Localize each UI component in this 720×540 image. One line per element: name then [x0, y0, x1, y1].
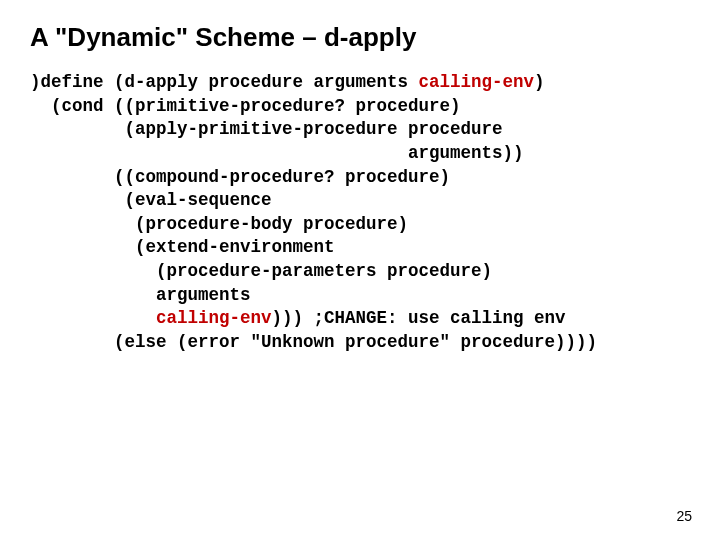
code-block: )define (d-apply procedure arguments cal… — [30, 71, 690, 355]
code-highlight-calling-env-1: calling-env — [419, 72, 535, 92]
code-line-3: (apply-primitive-procedure procedure — [30, 119, 503, 139]
code-line-7: (procedure-body procedure) — [30, 214, 408, 234]
code-line-11a — [30, 308, 156, 328]
code-line-1c: ) — [534, 72, 545, 92]
code-line-9: (procedure-parameters procedure) — [30, 261, 492, 281]
code-line-1a: )define (d-apply procedure arguments — [30, 72, 419, 92]
page-number: 25 — [676, 508, 692, 524]
code-line-6: (eval-sequence — [30, 190, 272, 210]
slide: A "Dynamic" Scheme – d-apply )define (d-… — [0, 0, 720, 540]
code-highlight-calling-env-2: calling-env — [156, 308, 272, 328]
code-line-2: (cond ((primitive-procedure? procedure) — [30, 96, 461, 116]
code-line-8: (extend-environment — [30, 237, 335, 257]
code-line-10: arguments — [30, 285, 251, 305]
code-line-11c: ))) ;CHANGE: use calling env — [272, 308, 566, 328]
slide-title: A "Dynamic" Scheme – d-apply — [30, 22, 690, 53]
code-line-12: (else (error "Unknown procedure" procedu… — [30, 332, 597, 352]
code-line-4: arguments)) — [30, 143, 524, 163]
code-line-5: ((compound-procedure? procedure) — [30, 167, 450, 187]
